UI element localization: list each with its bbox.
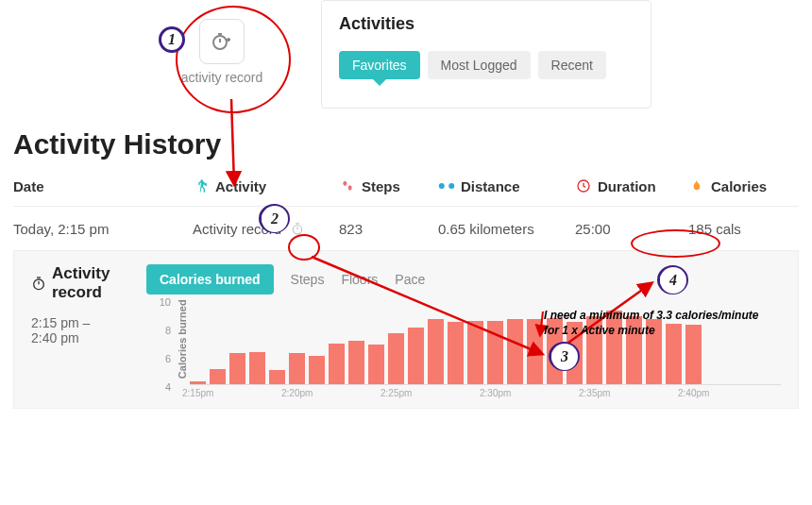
col-distance: Distance [438, 177, 575, 194]
chart-bar [408, 328, 424, 384]
chart-bar [388, 333, 404, 384]
detail-timerange: 2:15 pm – 2:40 pm [31, 315, 118, 345]
detail-tab-floors[interactable]: Floors [341, 272, 378, 287]
chart-bar [329, 344, 345, 385]
chart-bar [646, 319, 662, 384]
activity-record-card[interactable]: activity record [142, 5, 302, 118]
chart-bar [685, 325, 702, 384]
cell-calories: 185 cals [688, 221, 802, 237]
chart-bar [507, 319, 523, 384]
detail-tab-steps[interactable]: Steps [291, 272, 325, 287]
chart-bar [348, 341, 364, 385]
chart-bar [606, 311, 622, 384]
activities-card: Activities Favorites Most Logged Recent [321, 0, 651, 109]
chart-bar [527, 319, 543, 384]
col-steps: Steps [339, 177, 438, 194]
chart-bar [626, 316, 642, 384]
chart-bar [289, 353, 305, 384]
detail-title: Activity record [52, 264, 118, 302]
tab-favorites[interactable]: Favorites [339, 51, 420, 79]
clock-icon [575, 177, 592, 194]
chart-bar [487, 321, 503, 385]
detail-tab-calories[interactable]: Calories burned [146, 264, 274, 295]
chart-bar [666, 324, 682, 385]
svg-point-7 [348, 185, 352, 190]
svg-point-9 [448, 183, 454, 189]
col-duration: Duration [575, 177, 688, 194]
distance-icon [438, 177, 455, 194]
activity-table-header: Date Activity Steps Distance Duration [13, 177, 799, 207]
stopwatch-icon [31, 275, 46, 292]
page-title: Activity History [13, 128, 812, 160]
cell-date: Today, 2:15 pm [13, 221, 193, 237]
chart-bar [210, 369, 226, 385]
col-date: Date [13, 178, 193, 194]
cell-activity: Activity record [193, 220, 339, 237]
chart-bar [249, 352, 265, 385]
cell-duration: 25:00 [575, 221, 688, 237]
steps-icon [339, 177, 356, 194]
activity-detail-card: Activity record 2:15 pm – 2:40 pm Calori… [13, 250, 799, 409]
chart-bar [547, 318, 563, 385]
activities-title: Activities [339, 14, 634, 34]
chart-bar [448, 322, 464, 384]
tab-most-logged[interactable]: Most Logged [428, 51, 531, 79]
chart-bar [190, 381, 206, 384]
col-activity: Activity [193, 177, 339, 194]
activity-record-label: activity record [142, 70, 302, 85]
stopwatch-plus-icon [199, 19, 245, 64]
chart-bar [586, 316, 602, 384]
col-calories: Calories [688, 177, 802, 194]
chart-bar [229, 353, 245, 384]
chart-bar [467, 321, 483, 385]
stopwatch-icon [289, 220, 306, 237]
chart-bar [567, 322, 583, 384]
table-row[interactable]: Today, 2:15 pm Activity record 823 0.65 … [13, 207, 799, 250]
svg-point-8 [439, 183, 445, 189]
walk-icon [193, 177, 210, 194]
svg-point-6 [343, 181, 347, 186]
chart-bar [428, 319, 444, 384]
cell-steps: 823 [339, 221, 438, 237]
chart-bar [368, 345, 384, 384]
detail-tab-pace[interactable]: Pace [395, 272, 425, 287]
tab-recent[interactable]: Recent [538, 51, 606, 79]
calories-chart: Calories burned 46810 2:15pm2:20pm2:25pm… [146, 300, 781, 398]
chart-bar [269, 370, 285, 384]
cell-distance: 0.65 kilometers [438, 221, 575, 237]
flame-icon [688, 177, 705, 194]
chart-y-title: Calories burned [177, 299, 188, 379]
chart-bar [309, 356, 325, 384]
